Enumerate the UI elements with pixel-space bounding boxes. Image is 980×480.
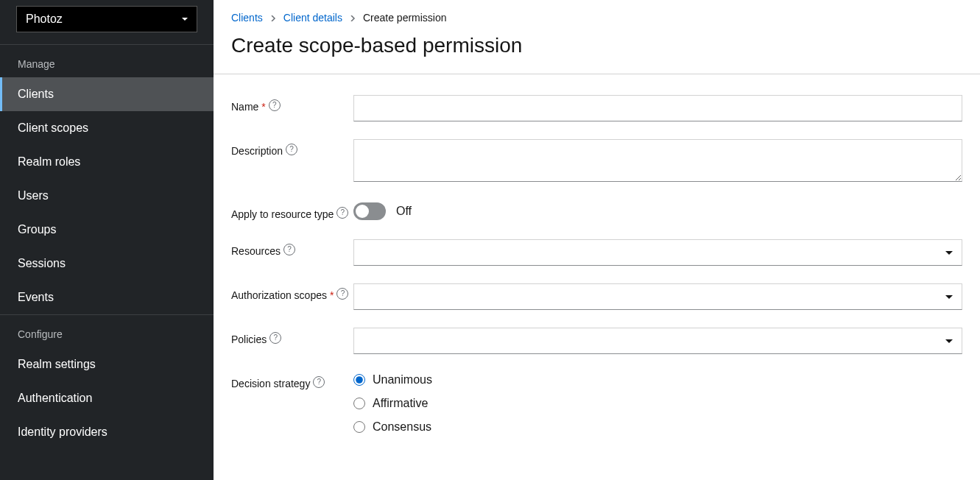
description-textarea[interactable] [353, 139, 962, 182]
sidebar-item-sessions[interactable]: Sessions [0, 247, 214, 280]
main-content: Clients Client details Create permission… [214, 0, 980, 480]
sidebar-item-events[interactable]: Events [0, 280, 214, 314]
sidebar-configure-list: Realm settings Authentication Identity p… [0, 347, 214, 449]
realm-selected-label: Photoz [26, 13, 63, 26]
sidebar-item-groups[interactable]: Groups [0, 213, 214, 247]
sidebar-manage-list: Clients Client scopes Realm roles Users … [0, 77, 214, 314]
page-title: Create scope-based permission [231, 34, 962, 57]
radio-input-consensus[interactable] [353, 421, 365, 433]
radio-label: Consensus [373, 420, 431, 434]
caret-down-icon [945, 339, 953, 343]
breadcrumb-client-details[interactable]: Client details [283, 12, 342, 24]
breadcrumb-current: Create permission [363, 12, 447, 24]
label-name: Name [231, 99, 258, 114]
sidebar-item-identity-providers[interactable]: Identity providers [0, 415, 214, 449]
row-auth-scopes: Authorization scopes * ? [231, 283, 962, 310]
chevron-right-icon [350, 12, 356, 24]
radio-consensus[interactable]: Consensus [353, 420, 962, 434]
sidebar-item-users[interactable]: Users [0, 179, 214, 213]
row-resources: Resources ? [231, 239, 962, 266]
sidebar: Photoz Manage Clients Client scopes Real… [0, 0, 214, 480]
required-indicator: * [330, 288, 334, 303]
help-icon[interactable]: ? [269, 99, 281, 111]
breadcrumb-clients[interactable]: Clients [231, 12, 263, 24]
row-policies: Policies ? [231, 328, 962, 354]
sidebar-section-manage: Manage [0, 44, 214, 77]
policies-select[interactable] [353, 328, 962, 354]
label-apply-resource-type: Apply to resource type [231, 207, 334, 222]
help-icon[interactable]: ? [336, 288, 348, 300]
sidebar-section-configure: Configure [0, 314, 214, 347]
sidebar-item-realm-roles[interactable]: Realm roles [0, 145, 214, 179]
caret-down-icon [182, 18, 188, 21]
radio-unanimous[interactable]: Unanimous [353, 373, 962, 387]
sidebar-item-realm-settings[interactable]: Realm settings [0, 347, 214, 381]
apply-resource-type-toggle[interactable] [353, 202, 386, 220]
help-icon[interactable]: ? [336, 207, 348, 219]
resources-select[interactable] [353, 239, 962, 266]
page-header: Clients Client details Create permission… [214, 0, 980, 74]
radio-input-affirmative[interactable] [353, 398, 365, 409]
label-decision-strategy: Decision strategy [231, 376, 310, 391]
auth-scopes-select[interactable] [353, 283, 962, 310]
caret-down-icon [945, 251, 953, 255]
radio-label: Unanimous [373, 373, 432, 387]
row-name: Name * ? [231, 95, 962, 121]
decision-strategy-radios: Unanimous Affirmative Consensus [353, 372, 962, 434]
label-auth-scopes: Authorization scopes [231, 288, 327, 303]
help-icon[interactable]: ? [283, 244, 295, 255]
caret-down-icon [945, 295, 953, 299]
help-icon[interactable]: ? [269, 332, 281, 344]
realm-selector[interactable]: Photoz [16, 6, 197, 32]
row-description: Description ? [231, 139, 962, 185]
name-input[interactable] [353, 95, 962, 121]
sidebar-item-client-scopes[interactable]: Client scopes [0, 111, 214, 145]
sidebar-item-authentication[interactable]: Authentication [0, 381, 214, 415]
radio-input-unanimous[interactable] [353, 374, 365, 386]
breadcrumb: Clients Client details Create permission [231, 12, 962, 24]
radio-label: Affirmative [373, 397, 428, 410]
row-apply-resource-type: Apply to resource type ? Off [231, 202, 962, 222]
required-indicator: * [261, 99, 265, 114]
label-policies: Policies [231, 332, 267, 347]
radio-affirmative[interactable]: Affirmative [353, 397, 962, 410]
sidebar-item-clients[interactable]: Clients [0, 77, 214, 111]
permission-form: Name * ? Description ? Apply to resource… [214, 74, 980, 472]
help-icon[interactable]: ? [313, 376, 325, 388]
toggle-state-label: Off [396, 205, 412, 218]
label-description: Description [231, 144, 283, 158]
help-icon[interactable]: ? [286, 144, 297, 155]
chevron-right-icon [270, 12, 276, 24]
label-resources: Resources [231, 244, 281, 258]
row-decision-strategy: Decision strategy ? Unanimous Affirmativ… [231, 372, 962, 434]
